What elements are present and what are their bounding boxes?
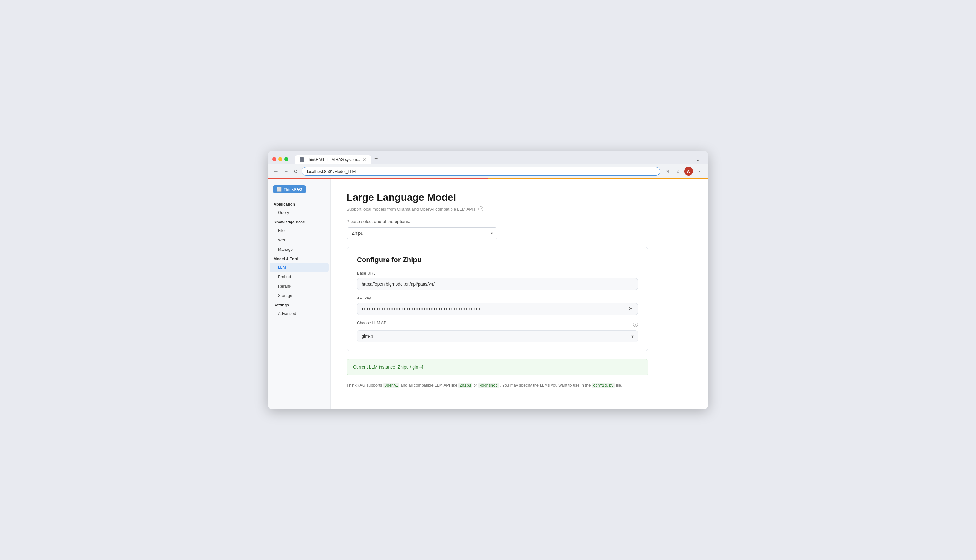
sidebar-item-embed[interactable]: Embed — [270, 272, 329, 281]
llm-api-select[interactable]: glm-4 glm-3-turbo glm-4-flash — [357, 330, 638, 342]
api-help-icon[interactable]: ? — [633, 322, 638, 327]
window-expand-button[interactable]: ⌄ — [696, 156, 704, 163]
zhipu-link[interactable]: Zhipu — [459, 383, 472, 388]
select-label: Please select one of the options. — [347, 219, 692, 224]
minimize-window-button[interactable] — [278, 157, 282, 161]
llm-api-label-row: Choose LLM API ? — [357, 320, 638, 328]
app-container: ⬜ ThinkRAG Application Query Knowledge B… — [268, 179, 708, 409]
sidebar-item-advanced[interactable]: Advanced — [270, 309, 329, 318]
main-content: Large Language Model Support local model… — [331, 179, 708, 409]
moonshot-link[interactable]: Moonshot — [478, 383, 499, 388]
address-bar[interactable]: localhost:8501/Model_LLM — [302, 167, 660, 176]
bookmark-button[interactable]: ☆ — [674, 167, 682, 176]
browser-window: ThinkRAG - LLM RAG system... ✕ + ⌄ ← → ↺… — [268, 151, 708, 409]
api-key-wrapper: 👁 — [357, 303, 638, 315]
logo-icon: ⬜ — [277, 187, 282, 192]
sidebar-logo: ⬜ ThinkRAG — [268, 185, 330, 200]
footer-part3: or — [474, 383, 477, 387]
sidebar: ⬜ ThinkRAG Application Query Knowledge B… — [268, 179, 331, 409]
sidebar-item-query[interactable]: Query — [270, 208, 329, 217]
logo-text: ThinkRAG — [284, 187, 302, 192]
api-key-input[interactable] — [357, 303, 638, 315]
tab-favicon — [300, 157, 304, 162]
sidebar-item-storage[interactable]: Storage — [270, 291, 329, 300]
logo-badge: ⬜ ThinkRAG — [273, 185, 306, 193]
traffic-lights — [272, 157, 288, 161]
toggle-password-icon[interactable]: 👁 — [629, 306, 634, 312]
browser-titlebar: ThinkRAG - LLM RAG system... ✕ + ⌄ — [268, 151, 708, 164]
section-label-model-tool: Model & Tool — [268, 254, 330, 262]
menu-button[interactable]: ⋮ — [695, 167, 704, 176]
toolbar-actions: ⊡ ☆ W ⋮ — [663, 167, 704, 176]
footer-note: ThinkRAG supports OpenAI and all compati… — [347, 383, 648, 388]
status-text: Current LLM instance: Zhipu / glm-4 — [353, 365, 423, 370]
tab-title: ThinkRAG - LLM RAG system... — [307, 157, 360, 162]
sidebar-item-llm[interactable]: LLM — [270, 263, 329, 272]
subtitle-help-icon[interactable]: ? — [478, 207, 483, 212]
subtitle-text: Support local models from Ollama and Ope… — [347, 207, 476, 212]
url-text: localhost:8501/Model_LLM — [307, 169, 355, 174]
api-select-wrapper: glm-4 glm-3-turbo glm-4-flash ▾ — [357, 330, 638, 342]
config-title: Configure for Zhipu — [357, 256, 638, 264]
refresh-button[interactable]: ↺ — [292, 167, 299, 176]
active-tab[interactable]: ThinkRAG - LLM RAG system... ✕ — [295, 155, 371, 164]
sidebar-item-manage[interactable]: Manage — [270, 245, 329, 254]
forward-button[interactable]: → — [282, 167, 290, 175]
footer-part4: . You may specify the LLMs you want to u… — [500, 383, 591, 387]
config-card: Configure for Zhipu Base URL API key 👁 C… — [347, 247, 648, 351]
page-title: Large Language Model — [347, 192, 692, 203]
close-window-button[interactable] — [272, 157, 276, 161]
back-button[interactable]: ← — [272, 167, 280, 175]
llm-api-field: Choose LLM API ? glm-4 glm-3-turbo glm-4… — [357, 320, 638, 342]
base-url-label: Base URL — [357, 271, 638, 276]
sidebar-item-file[interactable]: File — [270, 226, 329, 235]
browser-toolbar: ← → ↺ localhost:8501/Model_LLM ⊡ ☆ W ⋮ — [268, 164, 708, 178]
provider-select-wrapper: Zhipu OpenAI Ollama Moonshot ▾ — [347, 227, 497, 239]
user-avatar[interactable]: W — [684, 167, 693, 176]
section-label-settings: Settings — [268, 300, 330, 308]
api-key-field: API key 👁 — [357, 296, 638, 315]
footer-part2: and all compatible LLM API like — [400, 383, 457, 387]
choose-api-label: Choose LLM API — [357, 320, 388, 325]
openai-link[interactable]: OpenAI — [383, 383, 399, 388]
section-label-knowledge-base: Knowledge Base — [268, 217, 330, 226]
footer-part5: file. — [616, 383, 622, 387]
sidebar-item-web[interactable]: Web — [270, 235, 329, 245]
base-url-field: Base URL — [357, 271, 638, 296]
provider-select[interactable]: Zhipu OpenAI Ollama Moonshot — [347, 227, 497, 239]
config-py-link[interactable]: config.py — [592, 383, 615, 388]
footer-part1: ThinkRAG supports — [347, 383, 382, 387]
status-box: Current LLM instance: Zhipu / glm-4 — [347, 359, 648, 375]
api-key-label: API key — [357, 296, 638, 300]
page-subtitle: Support local models from Ollama and Ope… — [347, 207, 692, 212]
section-label-application: Application — [268, 200, 330, 208]
new-tab-button[interactable]: + — [372, 154, 380, 163]
translate-button[interactable]: ⊡ — [663, 167, 672, 176]
sidebar-item-rerank[interactable]: Rerank — [270, 282, 329, 291]
tab-close-button[interactable]: ✕ — [362, 157, 366, 162]
base-url-input[interactable] — [357, 278, 638, 290]
maximize-window-button[interactable] — [284, 157, 288, 161]
tab-bar: ThinkRAG - LLM RAG system... ✕ + — [295, 154, 380, 164]
